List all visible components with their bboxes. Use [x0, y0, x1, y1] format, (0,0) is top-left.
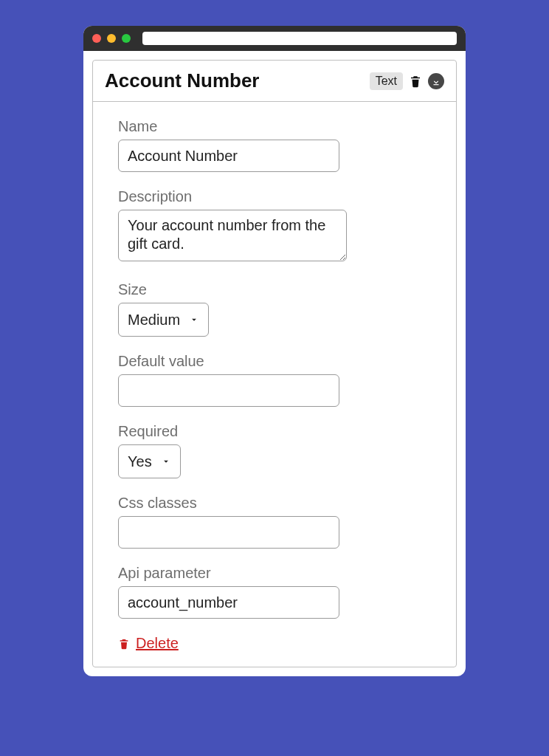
default-value-label: Default value — [118, 353, 431, 370]
field-api-parameter: Api parameter — [118, 565, 431, 619]
field-css-classes: Css classes — [118, 495, 431, 549]
name-input[interactable] — [118, 140, 339, 172]
browser-window: Account Number Text — [83, 26, 466, 676]
description-textarea[interactable]: Your account number from the gift card. — [118, 210, 347, 261]
field-required: Required Yes — [118, 423, 431, 478]
size-select[interactable]: Medium — [118, 303, 209, 337]
description-label: Description — [118, 188, 431, 205]
name-label: Name — [118, 118, 431, 135]
field-name: Name — [118, 118, 431, 172]
move-down-icon[interactable] — [428, 73, 444, 89]
api-parameter-label: Api parameter — [118, 565, 431, 582]
window-body: Account Number Text — [83, 51, 466, 676]
chevron-down-icon — [189, 315, 199, 325]
required-select-value: Yes — [128, 453, 152, 470]
size-label: Size — [118, 281, 431, 298]
panel-body: Name Description Your account number fro… — [93, 102, 456, 667]
delete-link[interactable]: Delete — [136, 635, 179, 652]
panel-title: Account Number — [105, 69, 259, 92]
api-parameter-input[interactable] — [118, 586, 339, 619]
required-label: Required — [118, 423, 431, 440]
panel-header-tools: Text — [370, 72, 444, 90]
field-editor-panel: Account Number Text — [92, 60, 457, 667]
address-bar[interactable] — [142, 32, 457, 45]
trash-icon[interactable] — [118, 638, 130, 650]
field-type-badge: Text — [370, 72, 403, 90]
window-titlebar — [83, 26, 466, 51]
window-minimize-icon[interactable] — [107, 34, 116, 43]
window-maximize-icon[interactable] — [122, 34, 131, 43]
css-classes-label: Css classes — [118, 495, 431, 512]
window-close-icon[interactable] — [92, 34, 101, 43]
panel-header: Account Number Text — [93, 61, 456, 102]
size-select-value: Medium — [128, 312, 180, 329]
field-description: Description Your account number from the… — [118, 188, 431, 265]
required-select[interactable]: Yes — [118, 444, 181, 478]
css-classes-input[interactable] — [118, 516, 339, 549]
field-size: Size Medium — [118, 281, 431, 337]
delete-row: Delete — [118, 635, 431, 652]
field-default-value: Default value — [118, 353, 431, 407]
trash-icon[interactable] — [409, 75, 422, 88]
default-value-input[interactable] — [118, 374, 339, 407]
chevron-down-icon — [161, 456, 171, 467]
svg-rect-0 — [434, 84, 439, 85]
